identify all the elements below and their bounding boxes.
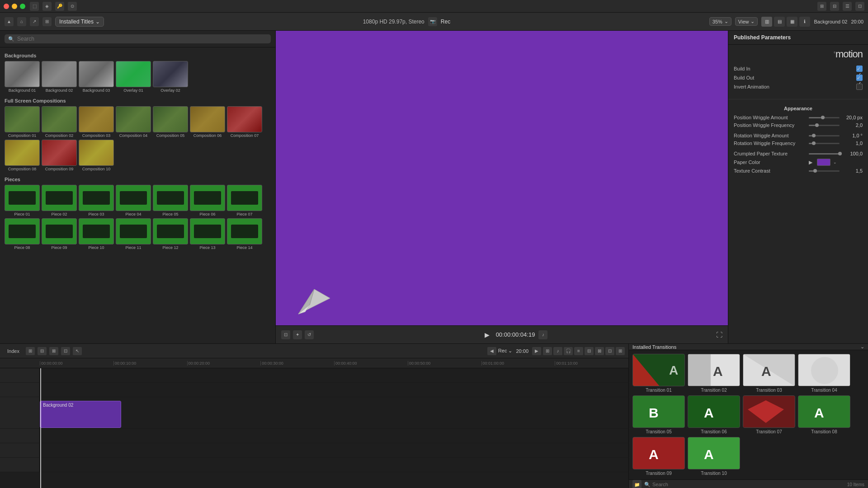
tl-icon-4[interactable]: ⊡ xyxy=(61,347,70,355)
transitions-folder-icon[interactable]: 📁 xyxy=(632,480,642,488)
list-item[interactable]: A Transition 08 xyxy=(798,395,850,434)
tl-icon-2[interactable]: ⊟ xyxy=(38,347,47,355)
clip-block[interactable]: Background 02 xyxy=(40,401,121,428)
list-item[interactable]: B Transition 05 xyxy=(632,395,685,434)
panel-icon-1[interactable]: ▥ xyxy=(761,17,772,27)
tl-view-icon-5[interactable]: ⊟ xyxy=(585,347,594,355)
list-item[interactable]: Transition 07 xyxy=(743,395,795,434)
top-right-icon-2[interactable]: ⊟ xyxy=(830,2,839,11)
list-item[interactable]: Composition 08 xyxy=(5,140,40,171)
tl-view-icon-2[interactable]: ♪ xyxy=(553,347,562,355)
list-item[interactable]: Piece 04 xyxy=(116,185,151,216)
rec-button[interactable]: Rec xyxy=(441,19,450,25)
tl-view-icon-1[interactable]: ⊞ xyxy=(543,347,552,355)
tool-icon-1[interactable]: ⬚ xyxy=(30,2,39,11)
crop-icon[interactable]: ⊡ xyxy=(281,330,290,339)
list-item[interactable]: Piece 09 xyxy=(42,218,77,250)
share-icon[interactable]: ↗ xyxy=(30,17,39,26)
next-frame-icon[interactable]: ▶ xyxy=(532,347,541,355)
audio-icon[interactable]: ♪ xyxy=(538,330,547,339)
tl-view-icon-6[interactable]: ⊠ xyxy=(595,347,604,355)
list-item[interactable]: Piece 10 xyxy=(79,218,114,250)
paper-color-swatch[interactable] xyxy=(817,159,830,166)
rec-dropdown[interactable]: Rec ⌄ xyxy=(498,348,513,354)
list-item[interactable]: Piece 13 xyxy=(190,218,225,250)
zoom-control[interactable]: 35% ⌄ xyxy=(709,17,731,26)
tool-icon-2[interactable]: ◈ xyxy=(42,2,52,11)
home-icon[interactable]: ⌂ xyxy=(17,17,26,26)
build-in-checkbox[interactable]: ✓ xyxy=(856,66,863,72)
list-item[interactable]: Piece 07 xyxy=(227,185,262,216)
minimize-button[interactable] xyxy=(12,4,17,9)
list-item[interactable]: Transition 04 xyxy=(798,354,850,393)
transitions-search-input[interactable] xyxy=(652,482,844,487)
list-item[interactable]: Piece 12 xyxy=(153,218,188,250)
list-item[interactable]: Piece 11 xyxy=(116,218,151,250)
tl-icon-3[interactable]: ⊠ xyxy=(49,347,58,355)
list-item[interactable]: Composition 09 xyxy=(42,140,77,171)
tl-view-icon-4[interactable]: ≡ xyxy=(574,347,583,355)
tool-icon-3[interactable]: 🔑 xyxy=(55,2,64,11)
list-item[interactable]: A Transition 06 xyxy=(688,395,740,434)
list-item[interactable]: Background 03 xyxy=(79,61,114,93)
list-item[interactable]: Piece 02 xyxy=(42,185,77,216)
build-out-checkbox[interactable]: ✓ xyxy=(856,75,863,81)
prev-frame-icon[interactable]: ◀ xyxy=(487,347,496,355)
tool-icon-4[interactable]: ⊙ xyxy=(68,2,77,11)
search-input[interactable] xyxy=(17,36,267,42)
list-item[interactable]: Composition 07 xyxy=(227,106,262,138)
list-item[interactable]: A Transition 10 xyxy=(688,437,740,476)
list-item[interactable]: Background 02 xyxy=(42,61,77,93)
loop-icon[interactable]: ↺ xyxy=(305,330,314,339)
list-item[interactable]: Piece 14 xyxy=(227,218,262,250)
texture-contrast-slider[interactable] xyxy=(809,170,840,172)
index-tab[interactable]: Index xyxy=(4,347,23,355)
tl-cursor-icon[interactable]: ↖ xyxy=(73,347,82,355)
top-right-icon-1[interactable]: ⊞ xyxy=(817,2,826,11)
list-item[interactable]: Piece 03 xyxy=(79,185,114,216)
crumpled-paper-slider[interactable] xyxy=(809,153,840,155)
invert-animation-checkbox[interactable] xyxy=(856,84,863,90)
list-item[interactable]: Piece 01 xyxy=(5,185,40,216)
list-item[interactable]: A Transition 02 xyxy=(688,354,740,393)
tl-icon-1[interactable]: ⊞ xyxy=(26,347,35,355)
list-item[interactable]: Composition 03 xyxy=(79,106,114,138)
list-item[interactable]: Composition 01 xyxy=(5,106,40,138)
list-item[interactable]: Overlay 02 xyxy=(153,61,188,93)
camera-icon[interactable]: 📷 xyxy=(428,17,437,26)
list-item[interactable]: Overlay 01 xyxy=(116,61,151,93)
list-item[interactable]: Piece 08 xyxy=(5,218,40,250)
position-wriggle-amount-slider[interactable] xyxy=(809,117,840,118)
list-item[interactable]: A Transition 01 xyxy=(632,354,685,393)
list-item[interactable]: Composition 06 xyxy=(190,106,225,138)
view-control[interactable]: View ⌄ xyxy=(735,17,758,26)
list-item[interactable]: Composition 02 xyxy=(42,106,77,138)
list-item[interactable]: Composition 05 xyxy=(153,106,188,138)
fullscreen-button[interactable]: ⛶ xyxy=(716,331,722,338)
grid-icon[interactable]: ⊞ xyxy=(42,17,52,26)
tl-view-icon-3[interactable]: 🎧 xyxy=(564,347,573,355)
panel-icon-2[interactable]: ▤ xyxy=(774,17,785,27)
list-item[interactable]: A Transition 09 xyxy=(632,437,685,476)
panel-icon-4[interactable]: ℹ xyxy=(799,17,810,27)
maximize-button[interactable] xyxy=(20,4,25,9)
close-button[interactable] xyxy=(4,4,9,9)
installed-titles-dropdown[interactable]: Installed Titles ⌄ xyxy=(55,17,104,27)
list-item[interactable]: Piece 05 xyxy=(153,185,188,216)
transform-icon[interactable]: ✦ xyxy=(293,330,302,339)
play-button[interactable]: ▶ xyxy=(482,330,492,340)
list-item[interactable]: Composition 04 xyxy=(116,106,151,138)
rotation-wriggle-freq-slider[interactable] xyxy=(809,143,840,144)
list-item[interactable]: Background 01 xyxy=(5,61,40,93)
list-item[interactable]: Piece 06 xyxy=(190,185,225,216)
top-right-icon-4[interactable]: ⊡ xyxy=(855,2,864,11)
list-item[interactable]: A Transition 03 xyxy=(743,354,795,393)
app-icon[interactable]: ▲ xyxy=(5,17,14,26)
panel-icon-3[interactable]: ▦ xyxy=(787,17,797,27)
rotation-wriggle-amount-slider[interactable] xyxy=(809,135,840,136)
top-right-icon-3[interactable]: ☰ xyxy=(843,2,852,11)
tl-view-icon-8[interactable]: ⊞ xyxy=(616,347,625,355)
list-item[interactable]: Composition 10 xyxy=(79,140,114,171)
search-wrapper[interactable]: 🔍 xyxy=(5,34,271,43)
tl-view-icon-7[interactable]: ⊡ xyxy=(605,347,614,355)
